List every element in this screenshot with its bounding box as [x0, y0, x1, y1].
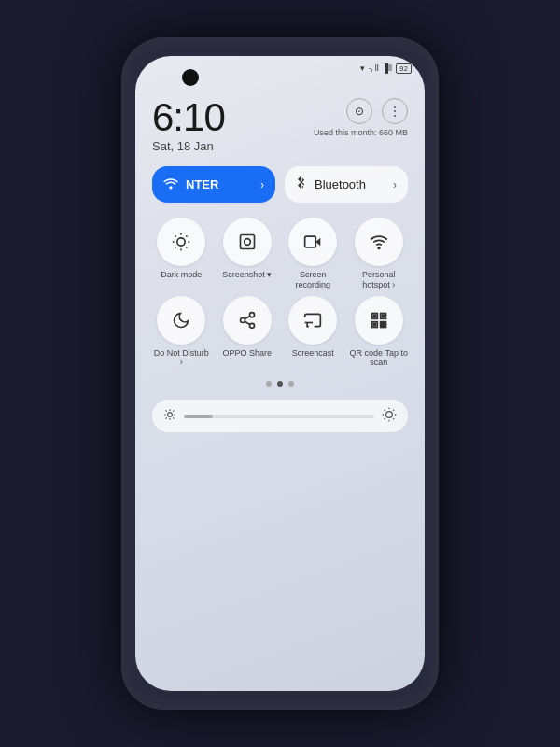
- dark-mode-label: Dark mode: [161, 270, 202, 280]
- svg-rect-27: [384, 325, 386, 328]
- dnd-icon-wrap: [157, 296, 205, 345]
- hotspot-icon-wrap: [355, 218, 403, 266]
- svg-line-8: [187, 236, 188, 237]
- clock-display: 6:10: [152, 98, 225, 137]
- svg-point-39: [386, 412, 393, 418]
- qr-code-icon-wrap: [355, 296, 403, 345]
- svg-line-17: [245, 321, 250, 324]
- screenshot-icon-wrap: [223, 218, 272, 266]
- top-icons-row: ⊙ ⋮: [346, 98, 408, 124]
- svg-point-16: [249, 323, 254, 328]
- wifi-chevron: ›: [260, 178, 264, 191]
- svg-point-10: [244, 239, 250, 246]
- quick-action-screen-recording[interactable]: Screen recording: [284, 218, 343, 290]
- screencast-label: Screencast: [292, 348, 334, 359]
- svg-point-15: [240, 317, 245, 322]
- camera-hole: [182, 69, 199, 86]
- brightness-track[interactable]: [184, 415, 374, 418]
- dot-2: [277, 381, 283, 387]
- settings-button[interactable]: ⊙: [346, 98, 372, 124]
- wifi-toggle[interactable]: NTER ›: [152, 166, 275, 203]
- svg-line-38: [173, 411, 174, 412]
- quick-action-qr-code[interactable]: QR code Tap to scan: [350, 296, 409, 369]
- quick-actions-grid: Dark mode Screenshot ▾: [152, 218, 408, 368]
- hotspot-label: Personal hotspot ›: [350, 270, 409, 290]
- quick-action-screencast[interactable]: Screencast: [284, 296, 343, 369]
- svg-line-34: [173, 417, 174, 418]
- time-row: 6:10 Sat, 18 Jan ⊙ ⋮ Used this month: 66…: [152, 98, 408, 153]
- status-bar: ▾ ⌍ll ▐ll 92: [360, 63, 412, 73]
- time-block: 6:10 Sat, 18 Jan: [152, 98, 225, 153]
- brightness-high-icon: [382, 407, 397, 425]
- svg-line-43: [393, 418, 394, 419]
- dot-3: [288, 381, 294, 387]
- bluetooth-toggle[interactable]: Bluetooth ›: [285, 166, 408, 203]
- svg-point-30: [168, 413, 173, 417]
- svg-point-14: [249, 312, 254, 317]
- phone-screen: ▾ ⌍ll ▐ll 92 6:10 Sat, 18 Jan ⊙: [135, 56, 425, 691]
- more-icon: ⋮: [389, 105, 400, 118]
- quick-action-dark-mode[interactable]: Dark mode: [152, 218, 211, 290]
- svg-line-18: [245, 316, 250, 318]
- brightness-fill: [184, 415, 213, 418]
- phone-frame: ▾ ⌍ll ▐ll 92 6:10 Sat, 18 Jan ⊙: [121, 37, 439, 710]
- svg-line-37: [165, 417, 166, 418]
- oppo-share-label: OPPO Share: [222, 348, 272, 359]
- brightness-slider[interactable]: [152, 400, 408, 432]
- oppo-share-icon-wrap: [223, 296, 272, 345]
- bluetooth-label: Bluetooth: [315, 177, 385, 191]
- signal-icon: ⌍ll: [369, 63, 379, 73]
- screen-recording-label: Screen recording: [284, 270, 343, 290]
- svg-rect-24: [373, 323, 376, 326]
- date-display: Sat, 18 Jan: [152, 139, 225, 153]
- svg-rect-11: [305, 236, 316, 247]
- svg-line-46: [385, 418, 385, 419]
- qr-code-label: QR code Tap to scan: [350, 348, 409, 369]
- svg-rect-28: [380, 325, 383, 328]
- more-options-button[interactable]: ⋮: [382, 98, 408, 124]
- svg-line-33: [165, 411, 166, 412]
- settings-icon: ⊙: [355, 105, 364, 118]
- wifi-status-icon: ▾: [360, 63, 365, 73]
- panel-content: 6:10 Sat, 18 Jan ⊙ ⋮ Used this month: 66…: [135, 89, 425, 451]
- svg-point-0: [177, 238, 185, 246]
- toggle-row: NTER › Bluetooth ›: [152, 166, 408, 203]
- svg-rect-9: [240, 235, 254, 249]
- pagination-dots: [152, 381, 408, 387]
- battery-level: 92: [396, 63, 412, 74]
- screenshot-label: Screenshot ▾: [222, 270, 272, 280]
- svg-rect-26: [380, 321, 383, 324]
- quick-action-hotspot[interactable]: Personal hotspot ›: [350, 218, 409, 290]
- svg-rect-22: [373, 315, 376, 317]
- top-right-icons: ⊙ ⋮ Used this month: 660 MB: [314, 98, 408, 137]
- svg-line-4: [187, 247, 188, 247]
- screencast-icon-wrap: [288, 296, 337, 345]
- svg-rect-23: [382, 315, 385, 317]
- dot-1: [266, 381, 272, 387]
- battery-icon: 92: [396, 63, 412, 73]
- svg-line-42: [385, 410, 385, 411]
- quick-action-screenshot[interactable]: Screenshot ▾: [218, 218, 277, 290]
- brightness-low-icon: [163, 408, 176, 424]
- screen-recording-icon-wrap: [288, 218, 337, 266]
- dnd-label: Do Not Disturb ›: [152, 348, 211, 369]
- quick-action-dnd[interactable]: Do Not Disturb ›: [152, 296, 211, 369]
- svg-point-13: [378, 247, 380, 249]
- svg-line-7: [175, 247, 176, 247]
- quick-action-oppo-share[interactable]: OPPO Share: [218, 296, 277, 369]
- wifi-toggle-icon: [163, 176, 178, 193]
- bluetooth-chevron: ›: [393, 178, 397, 191]
- dark-mode-icon-wrap: [157, 218, 205, 266]
- bluetooth-icon: [296, 176, 307, 193]
- wifi-toggle-label: NTER: [186, 177, 253, 191]
- svg-rect-29: [384, 321, 386, 324]
- svg-line-47: [393, 410, 394, 411]
- usage-text: Used this month: 660 MB: [314, 128, 408, 137]
- svg-line-3: [175, 236, 176, 237]
- signal-bars-icon: ▐ll: [383, 63, 392, 73]
